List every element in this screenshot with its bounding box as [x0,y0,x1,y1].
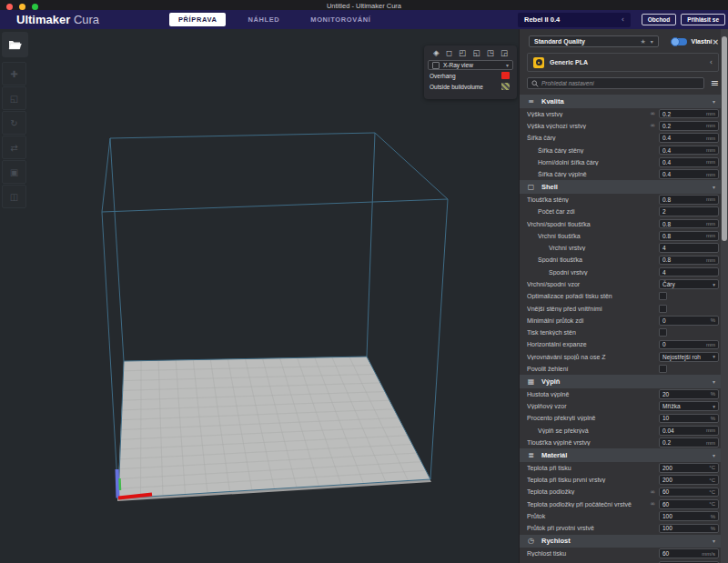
setting-input[interactable]: 0mm [659,340,719,350]
setting-input[interactable]: 200°C [659,475,719,485]
setting-dropdown[interactable]: Mřížka▾ [659,401,719,411]
setting-dropdown[interactable]: Nejostřejší roh▾ [659,352,719,362]
setting-input[interactable]: 100% [659,524,719,534]
support-blocker-tool-icon: ◫ [10,192,18,202]
logo-cura: Cura [74,13,99,26]
bottom-view-icon[interactable]: ◲ [500,48,508,57]
setting-checkbox[interactable] [659,328,667,337]
custom-settings-toggle[interactable] [672,38,687,45]
setting-label: Spodní vrstvy [527,269,659,276]
view-mode-dropdown[interactable]: X-Ray view ▾ [428,60,513,70]
close-icon[interactable]: × [712,37,719,46]
material-badge-icon [533,57,544,68]
setting-checkbox[interactable] [659,305,667,313]
right-view-icon[interactable]: ◳ [487,48,494,57]
chevron-left-icon: ‹ [622,15,624,24]
quality-preset-dropdown[interactable]: Standard Quality ★ ▾ [529,35,659,47]
setting-input[interactable]: 60°C [659,488,719,498]
setting-input[interactable]: 0.4mm [659,146,719,156]
setting-input[interactable]: 0.2mm [659,121,719,131]
setting-input[interactable]: 20% [659,389,719,399]
left-view-icon[interactable]: ◱ [472,48,480,57]
scrollbar-thumb[interactable] [722,36,727,241]
setting-input[interactable]: 0.2mm [659,109,719,119]
top-view-icon[interactable]: ◰ [459,48,466,57]
setting-input[interactable]: 0.8mm [659,195,719,205]
link-icon: ∞ [650,488,655,496]
scale-tool-button[interactable]: ◱ [2,86,26,110]
setting-input[interactable]: 0% [659,316,719,326]
front-view-icon[interactable]: ◻ [446,48,452,57]
tab-preview[interactable]: NÁHLED [238,13,288,26]
setting-input[interactable]: 0.4mm [659,169,719,179]
sign-in-button[interactable]: Přihlásit se [681,14,725,25]
setting-label: Výplň se překrývá [527,427,659,434]
mirror-tool-button[interactable]: ⇄ [2,136,26,159]
setting-row: Horizontální expanze0mm [520,338,728,350]
setting-input[interactable]: 0.4mm [659,133,719,143]
section-header-rychlost[interactable]: ◷Rychlost▾ [520,535,721,548]
setting-label: Minimální průtok zdi [527,317,659,324]
setting-label: Šířka čáry [527,135,659,141]
setting-input[interactable]: 0.04mm [659,426,719,436]
tab-prepare[interactable]: PŘÍPRAVA [169,13,226,26]
move-tool-button[interactable]: ✚ [2,62,26,85]
section-header-shell[interactable]: ▢Shell▾ [520,180,721,194]
3d-view-icon[interactable]: ◈ [433,48,440,57]
setting-input[interactable]: 200°C [659,463,719,473]
chevron-down-icon: ▾ [713,452,715,458]
link-icon: ∞ [650,500,655,508]
xray-icon [432,62,440,69]
setting-input[interactable]: 4 [659,267,719,277]
settings-scrollbar[interactable] [721,29,728,563]
setting-input[interactable]: 100% [659,511,719,521]
setting-input[interactable]: 60mm/s [659,548,719,558]
setting-input[interactable]: 4 [659,243,719,253]
open-folder-icon [8,39,22,50]
section-header-vypln[interactable]: ▦Výplň▾ [520,375,721,388]
setting-input[interactable]: 0.4mm [659,157,719,167]
setting-checkbox[interactable] [659,365,667,373]
setting-row: Teplota podložky∞60°C [520,486,728,498]
printer-selector[interactable]: Rebel II 0.4 ‹ [518,13,631,27]
mirror-tool-icon: ⇄ [10,143,17,153]
setting-checkbox[interactable] [659,292,667,300]
support-blocker-tool-button[interactable]: ◫ [2,185,26,208]
setting-input[interactable]: 60°C [659,499,719,509]
settings-menu-icon[interactable]: ≡ [711,78,719,88]
view-mode-value: X-Ray view [443,62,506,68]
material-selector[interactable]: Generic PLA ‹ [527,53,719,72]
section-header-kvalita[interactable]: ≡Kvalita▾ [520,95,721,108]
setting-input[interactable]: 10% [659,414,719,424]
chevron-down-icon: ▾ [713,404,715,409]
setting-row: Vnější stěny před vnitřními [520,302,728,314]
search-input[interactable] [541,80,700,86]
setting-label: Vnější stěny před vnitřními [527,306,659,312]
setting-label: Povolit žehlení [527,366,659,372]
setting-row: Teplota při tisku první vrstvy200°C [520,474,728,486]
setting-input[interactable]: 0.8mm [659,231,719,241]
scale-tool-icon: ◱ [10,94,18,104]
outside-buildvolume-swatch [501,83,510,90]
open-file-button[interactable] [2,32,28,57]
setting-input[interactable]: 2 [659,206,719,216]
setting-input[interactable]: 0.8mm [659,256,719,266]
setting-label: Procento překrytí výplně [527,415,659,421]
link-icon: ∞ [650,110,655,117]
setting-label: Průtok [527,513,659,519]
setting-row: Výplňový vzorMřížka▾ [520,400,728,412]
setting-dropdown[interactable]: Čáry▾ [659,279,719,289]
per-model-settings-tool-button[interactable]: ▣ [2,160,26,184]
section-header-material[interactable]: ≣Materiál▾ [520,448,721,462]
setting-row: Vyrovnávání spojů na ose ZNejostřejší ro… [520,351,728,363]
rotate-tool-button[interactable]: ↻ [2,111,26,135]
per-model-settings-tool-icon: ▣ [10,167,18,177]
setting-input[interactable]: 0.2mm [659,437,719,447]
setting-label: Vrchní/spodní tloušťka [527,221,659,227]
marketplace-button[interactable]: Obchod [642,14,677,25]
setting-row: Průtok při prvotní vrstvě100% [520,522,728,534]
shell-icon: ▢ [527,183,535,191]
tab-monitor[interactable]: MONITOROVÁNÍ [301,13,379,26]
setting-row: Vrchní vrstvy4 [520,242,728,254]
setting-input[interactable]: 0.8mm [659,219,719,229]
